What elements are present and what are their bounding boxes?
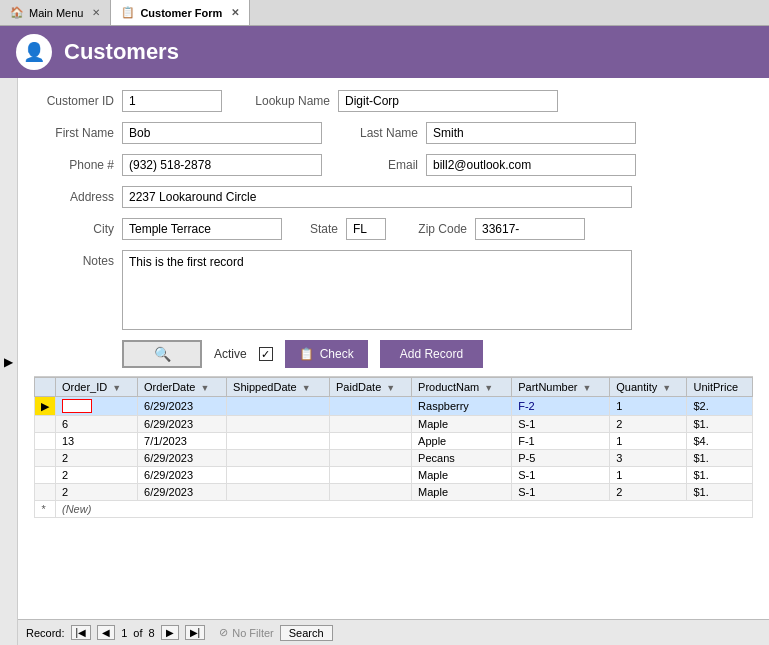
col-quantity[interactable]: Quantity ▼: [610, 378, 687, 397]
table-cell: 6/29/2023: [138, 397, 227, 416]
customer-form-close[interactable]: ✕: [231, 7, 239, 18]
table-row[interactable]: 137/1/2023AppleF-11$4.: [35, 433, 753, 450]
main-menu-close[interactable]: ✕: [92, 7, 100, 18]
nav-prev-button[interactable]: ◀: [97, 625, 115, 640]
table-cell: P-5: [512, 450, 610, 467]
nav-search-button[interactable]: Search: [280, 625, 333, 641]
first-name-label: First Name: [34, 126, 114, 140]
table-cell: S-1: [512, 484, 610, 501]
table-cell: Maple: [412, 467, 512, 484]
table-cell: 6/29/2023: [138, 416, 227, 433]
nav-last-button[interactable]: ▶|: [185, 625, 206, 640]
buttons-row: 🔍 Active 📋 Check Add Record: [34, 340, 753, 368]
lookup-name-input[interactable]: [338, 90, 558, 112]
table-row[interactable]: 26/29/2023MapleS-12$1.: [35, 484, 753, 501]
cell-order-id: 2: [56, 450, 138, 467]
table-cell: [330, 433, 412, 450]
col-order-date[interactable]: OrderDate ▼: [138, 378, 227, 397]
table-cell: Maple: [412, 484, 512, 501]
notes-row: Notes This is the first record: [34, 250, 753, 330]
state-input[interactable]: [346, 218, 386, 240]
zip-input[interactable]: [475, 218, 585, 240]
table-cell: [227, 484, 330, 501]
cell-order-id: 2: [56, 484, 138, 501]
customer-form-icon: 📋: [121, 6, 135, 19]
table-cell: [330, 484, 412, 501]
phone-input[interactable]: [122, 154, 322, 176]
add-record-button[interactable]: Add Record: [380, 340, 483, 368]
active-checkbox[interactable]: [259, 347, 273, 361]
table-cell: Maple: [412, 416, 512, 433]
main-menu-label: Main Menu: [29, 7, 83, 19]
col-paid-date[interactable]: PaidDate ▼: [330, 378, 412, 397]
last-name-input[interactable]: [426, 122, 636, 144]
nav-next-button[interactable]: ▶: [161, 625, 179, 640]
table-cell: [330, 450, 412, 467]
customer-id-input[interactable]: [122, 90, 222, 112]
active-label: Active: [214, 347, 247, 361]
table-row[interactable]: 66/29/2023MapleS-12$1.: [35, 416, 753, 433]
check-icon: 📋: [299, 347, 314, 361]
city-input[interactable]: [122, 218, 282, 240]
last-name-label: Last Name: [338, 126, 418, 140]
col-order-id[interactable]: Order_ID ▼: [56, 378, 138, 397]
table-cell: 3: [610, 450, 687, 467]
table-cell: [227, 397, 330, 416]
table-cell: Apple: [412, 433, 512, 450]
table-cell: F-1: [512, 433, 610, 450]
email-input[interactable]: [426, 154, 636, 176]
table-cell: 1: [610, 433, 687, 450]
table-cell: Pecans: [412, 450, 512, 467]
table-cell: 2: [610, 416, 687, 433]
no-filter-label: No Filter: [232, 627, 274, 639]
filter-icon: ⊘: [219, 626, 228, 639]
cell-order-id: 6: [56, 416, 138, 433]
check-button[interactable]: 📋 Check: [285, 340, 368, 368]
customer-id-label: Customer ID: [34, 94, 114, 108]
notes-textarea[interactable]: This is the first record: [122, 250, 632, 330]
no-filter-area: ⊘ No Filter: [219, 626, 274, 639]
state-label: State: [298, 222, 338, 236]
arrow-icon: ▶: [4, 355, 13, 369]
table-cell: 1: [610, 397, 687, 416]
table-header-row: Order_ID ▼ OrderDate ▼ ShippedDate ▼ Pai…: [35, 378, 753, 397]
tab-main-menu[interactable]: 🏠 Main Menu ✕: [0, 0, 111, 25]
form-area: Customer ID Lookup Name First Name Last …: [18, 78, 769, 619]
tab-customer-form[interactable]: 📋 Customer Form ✕: [111, 0, 250, 25]
col-product-name[interactable]: ProductNam ▼: [412, 378, 512, 397]
table-cell: $1.: [687, 450, 753, 467]
table-row[interactable]: ▶6/29/2023RaspberryF-21$2.: [35, 397, 753, 416]
search-button[interactable]: 🔍: [122, 340, 202, 368]
orders-table-container: Order_ID ▼ OrderDate ▼ ShippedDate ▼ Pai…: [34, 376, 753, 518]
nav-of-label: of: [133, 627, 142, 639]
col-unit-price[interactable]: UnitPrice: [687, 378, 753, 397]
table-cell: Raspberry: [412, 397, 512, 416]
table-cell: S-1: [512, 467, 610, 484]
table-row[interactable]: 26/29/2023PecansP-53$1.: [35, 450, 753, 467]
first-name-input[interactable]: [122, 122, 322, 144]
order-id-input[interactable]: [62, 399, 92, 413]
address-input[interactable]: [122, 186, 632, 208]
col-shipped-date[interactable]: ShippedDate ▼: [227, 378, 330, 397]
row-indicator: ▶: [35, 397, 56, 416]
table-cell: $1.: [687, 416, 753, 433]
nav-first-button[interactable]: |◀: [71, 625, 92, 640]
table-cell: 6/29/2023: [138, 484, 227, 501]
col-part-number[interactable]: PartNumber ▼: [512, 378, 610, 397]
table-cell: [227, 433, 330, 450]
new-row-asterisk: *: [35, 501, 56, 518]
notes-label: Notes: [34, 250, 114, 268]
table-cell: [330, 467, 412, 484]
row-indicator: [35, 450, 56, 467]
table-row[interactable]: 26/29/2023MapleS-11$1.: [35, 467, 753, 484]
table-cell: [227, 450, 330, 467]
table-cell: [330, 397, 412, 416]
row-indicator: [35, 467, 56, 484]
nav-current: 1: [121, 627, 127, 639]
page-header: 👤 Customers: [0, 26, 769, 78]
row-indicator: [35, 433, 56, 450]
table-cell: $2.: [687, 397, 753, 416]
contact-row: Phone # Email: [34, 154, 753, 176]
side-nav-arrow[interactable]: ▶: [0, 78, 18, 645]
orders-table: Order_ID ▼ OrderDate ▼ ShippedDate ▼ Pai…: [34, 377, 753, 518]
